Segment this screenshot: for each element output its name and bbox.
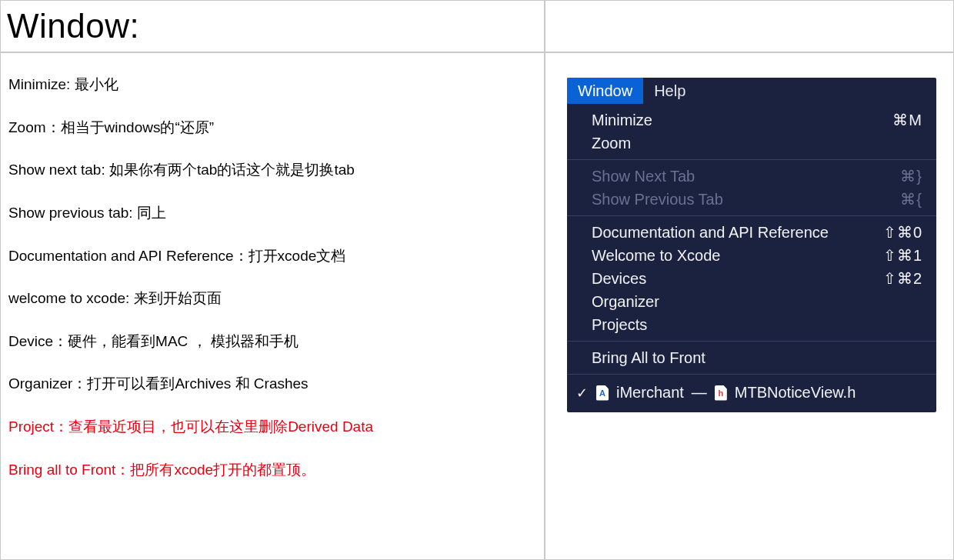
note-line: Zoom：相当于windows的“还原” [8, 118, 536, 138]
menu-item[interactable]: Welcome to Xcode⇧⌘1 [567, 244, 936, 267]
separator-dash: — [692, 384, 707, 402]
menu-separator [567, 374, 936, 375]
dropdown-menu-body: Minimize⌘MZoomShow Next Tab⌘}Show Previo… [567, 104, 936, 412]
note-line: Show next tab: 如果你有两个tab的话这个就是切换tab [8, 160, 536, 180]
menu-separator [567, 159, 936, 160]
menu-item[interactable]: Minimize⌘M [567, 108, 936, 132]
project-name: iMerchant [616, 384, 684, 402]
menu-item-shortcut: ⌘M [892, 111, 922, 129]
menu-item-label: Projects [592, 316, 647, 334]
menu-item-shortcut: ⌘} [900, 167, 922, 185]
menu-item-label: Documentation and API Reference [592, 224, 829, 242]
note-line: Documentation and API Reference：打开xcode文… [8, 246, 536, 266]
menu-item[interactable]: Zoom [567, 132, 936, 155]
menu-item-label: Show Previous Tab [592, 191, 723, 208]
menu-item[interactable]: Documentation and API Reference⇧⌘0 [567, 221, 936, 244]
menu-item-label: Organizer [592, 293, 659, 311]
menu-item-shortcut: ⌘{ [900, 190, 922, 208]
notes-cell: Minimize: 最小化Zoom：相当于windows的“还原”Show ne… [0, 52, 545, 560]
xcode-window-menu: Window Help Minimize⌘MZoomShow Next Tab⌘… [567, 78, 936, 412]
menu-item-label: Zoom [592, 135, 631, 152]
note-line: Device：硬件，能看到MAC ， 模拟器和手机 [8, 332, 536, 352]
check-icon: ✓ [575, 385, 589, 402]
menubar-item-help[interactable]: Help [643, 78, 696, 104]
menu-item[interactable]: Organizer [567, 290, 936, 313]
menu-item[interactable]: Projects [567, 313, 936, 336]
open-window-item[interactable]: ✓AiMerchant — hMTBNoticeView.h [567, 379, 936, 406]
title-cell: Window: [0, 0, 545, 52]
note-line: welcome to xcode: 来到开始页面 [8, 288, 536, 308]
file-name: MTBNoticeView.h [735, 384, 856, 402]
menu-item-label: Devices [592, 270, 646, 288]
menu-separator [567, 215, 936, 216]
note-line: Organizer：打开可以看到Archives 和 Crashes [8, 374, 536, 394]
menu-item-label: Minimize [592, 112, 652, 129]
menu-item-label: Welcome to Xcode [592, 247, 721, 265]
menu-item[interactable]: Devices⇧⌘2 [567, 267, 936, 290]
menu-item: Show Next Tab⌘} [567, 165, 936, 188]
title-empty-cell [545, 0, 954, 52]
menu-item: Show Previous Tab⌘{ [567, 188, 936, 211]
menu-item-shortcut: ⇧⌘0 [883, 223, 922, 242]
menu-item-label: Bring All to Front [592, 349, 705, 367]
screenshot-cell: Window Help Minimize⌘MZoomShow Next Tab⌘… [545, 52, 954, 560]
header-file-icon: h [715, 385, 727, 401]
project-file-icon: A [596, 385, 609, 401]
page-title: Window: [7, 7, 139, 45]
menubar-item-window[interactable]: Window [567, 78, 643, 104]
menu-separator [567, 341, 936, 342]
menu-item-shortcut: ⇧⌘2 [883, 269, 922, 288]
menubar: Window Help [567, 78, 936, 104]
note-line: Project：查看最近项目，也可以在这里删除Derived Data [8, 417, 536, 437]
note-line: Minimize: 最小化 [8, 75, 536, 95]
note-line: Show previous tab: 同上 [8, 203, 536, 223]
menu-item[interactable]: Bring All to Front [567, 346, 936, 369]
menu-item-shortcut: ⇧⌘1 [883, 246, 922, 265]
note-line: Bring all to Front：把所有xcode打开的都置顶。 [8, 460, 536, 480]
menu-item-label: Show Next Tab [592, 168, 695, 185]
